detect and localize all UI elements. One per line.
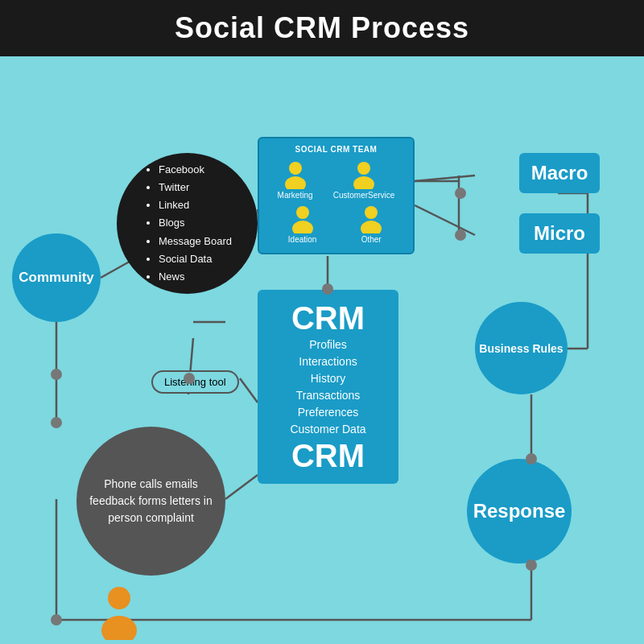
phone-calls-text: Phone calls emails feedback forms letter… bbox=[76, 468, 225, 535]
social-media-list: Facebook Twitter Linked Blogs Message Bo… bbox=[142, 161, 232, 286]
svg-point-23 bbox=[285, 176, 306, 189]
connector-dot bbox=[51, 614, 62, 625]
svg-point-28 bbox=[365, 206, 378, 219]
svg-line-9 bbox=[415, 175, 475, 181]
business-rules-label: Business Rules bbox=[475, 338, 567, 359]
phone-calls-circle: Phone calls emails feedback forms letter… bbox=[76, 427, 225, 576]
page-title: Social CRM Process bbox=[175, 11, 469, 45]
team-member-customerservice: CustomerService bbox=[333, 160, 395, 200]
connector-dot bbox=[526, 453, 537, 464]
list-item: Linked bbox=[159, 196, 232, 214]
team-members: Marketing CustomerService Ideation bbox=[267, 158, 405, 246]
connector-dot bbox=[322, 283, 333, 295]
person-icon bbox=[95, 584, 143, 640]
svg-line-10 bbox=[415, 205, 475, 235]
header: Social CRM Process bbox=[0, 0, 644, 56]
list-item: Blogs bbox=[159, 214, 232, 232]
list-item: Twitter bbox=[159, 179, 232, 196]
team-member-marketing: Marketing bbox=[278, 160, 313, 200]
connector-dot bbox=[51, 417, 62, 428]
crm-item: Transactions bbox=[266, 389, 390, 402]
svg-point-25 bbox=[353, 176, 374, 189]
list-item: News bbox=[159, 268, 232, 286]
svg-point-22 bbox=[289, 162, 302, 175]
social-crm-team-box: SOCIAL CRM TEAM Marketing CustomerServic… bbox=[258, 137, 415, 254]
svg-point-21 bbox=[101, 616, 137, 640]
business-rules-circle: Business Rules bbox=[475, 302, 568, 394]
svg-point-27 bbox=[292, 221, 313, 233]
crm-item: Interactions bbox=[266, 355, 390, 368]
svg-line-5 bbox=[240, 378, 258, 402]
crm-title-bottom: CRM bbox=[266, 440, 390, 472]
crm-item: Customer Data bbox=[266, 423, 390, 436]
connector-dot bbox=[455, 229, 466, 241]
micro-box: Micro bbox=[519, 213, 600, 254]
list-item: Social Data bbox=[159, 250, 232, 268]
crm-title-top: CRM bbox=[266, 302, 390, 334]
response-circle: Response bbox=[467, 459, 572, 564]
list-item: Facebook bbox=[159, 161, 232, 179]
connector-dot bbox=[184, 373, 195, 384]
macro-label: Macro bbox=[531, 162, 588, 184]
listening-tool-label: Listening tool bbox=[151, 370, 239, 394]
list-item: Message Board bbox=[159, 233, 232, 250]
svg-point-26 bbox=[296, 206, 309, 219]
connector-dot bbox=[526, 559, 537, 571]
connector-dot bbox=[51, 369, 62, 380]
micro-label: Micro bbox=[534, 222, 585, 245]
community-circle: Community bbox=[12, 233, 101, 322]
crm-item: Preferences bbox=[266, 406, 390, 419]
svg-point-24 bbox=[357, 162, 370, 175]
response-label: Response bbox=[473, 500, 566, 522]
main-content: Community Facebook Twitter Linked Blogs … bbox=[0, 56, 644, 644]
crm-items: Profiles Interactions History Transactio… bbox=[266, 338, 390, 436]
community-label: Community bbox=[19, 270, 94, 286]
connector-dot bbox=[455, 188, 466, 199]
svg-point-29 bbox=[361, 221, 382, 233]
macro-box: Macro bbox=[519, 153, 600, 193]
team-member-ideation: Ideation bbox=[288, 204, 317, 244]
team-member-other: Other bbox=[358, 204, 384, 244]
crm-item: Profiles bbox=[266, 338, 390, 351]
svg-point-20 bbox=[108, 587, 130, 609]
social-media-circle: Facebook Twitter Linked Blogs Message Bo… bbox=[117, 153, 258, 294]
svg-line-6 bbox=[225, 475, 258, 499]
crm-item: History bbox=[266, 372, 390, 385]
team-label: SOCIAL CRM TEAM bbox=[267, 145, 405, 154]
crm-box: CRM Profiles Interactions History Transa… bbox=[258, 290, 398, 484]
